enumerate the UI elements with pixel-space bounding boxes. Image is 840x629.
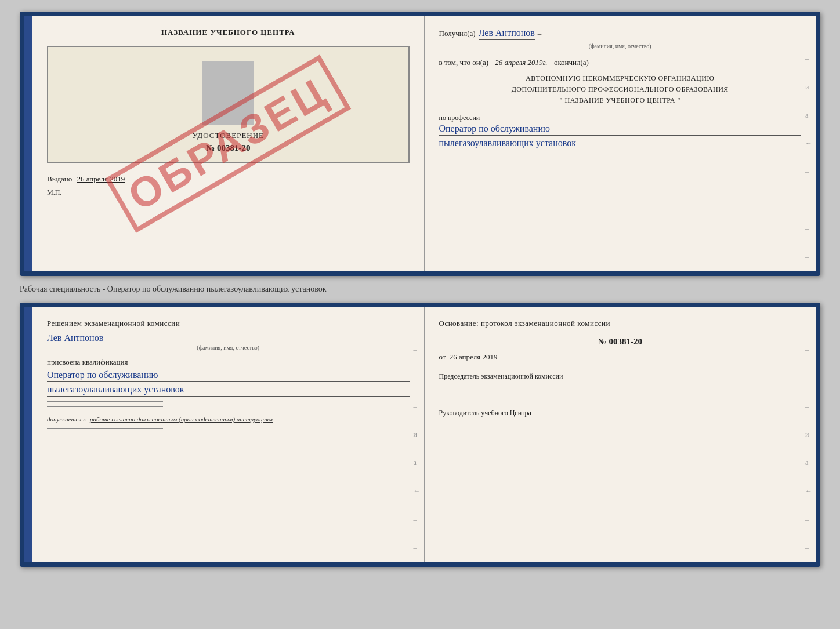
certificate-box: УДОСТОВЕРЕНИЕ № 00381-20 (47, 46, 410, 163)
recipient-name: Лев Антпонов (479, 28, 535, 40)
mp-label: М.П. (47, 188, 410, 197)
date-prefix: от (439, 352, 446, 361)
bottom-left-page: Решением экзаменационной комиссии Лев Ан… (32, 307, 425, 562)
received-label: Получил(а) (439, 29, 476, 38)
fio-label-top: (фамилия, имя, отчество) (439, 43, 802, 49)
school-name-title: НАЗВАНИЕ УЧЕБНОГО ЦЕНТРА (47, 28, 410, 37)
profession-label: по профессии (439, 114, 802, 122)
org-line1: АВТОНОМНУЮ НЕКОММЕРЧЕСКУЮ ОРГАНИЗАЦИЮ (439, 73, 802, 84)
qualification-label: присвоена квалификация (47, 358, 410, 367)
org-line2: ДОПОЛНИТЕЛЬНОГО ПРОФЕССИОНАЛЬНОГО ОБРАЗО… (439, 84, 802, 95)
qualification-line2: пылегазоулавливающих установок (47, 384, 410, 397)
bottom-left-dashes: ––––иа←–– (414, 307, 421, 562)
cert-number: № 00381-20 (57, 143, 400, 153)
bottom-document: Решением экзаменационной комиссии Лев Ан… (20, 303, 820, 567)
bottom-person-name: Лев Антпонов (47, 333, 103, 344)
profession-line2: пылегазоулавливающих установок (439, 138, 802, 150)
completed-date: 26 апреля 2019г. (495, 58, 547, 67)
protocol-number: № 00381-20 (439, 337, 802, 347)
cert-label: УДОСТОВЕРЕНИЕ (57, 131, 400, 140)
director-sig-line (439, 431, 532, 431)
issued-date: 26 апреля 2019 (77, 174, 125, 183)
org-line3: " НАЗВАНИЕ УЧЕБНОГО ЦЕНТРА " (439, 95, 802, 106)
top-right-page: Получил(а) Лев Антпонов – (фамилия, имя,… (425, 16, 816, 271)
sig-line-3 (47, 428, 163, 429)
chairman-label: Председатель экзаменационной комиссии (439, 370, 802, 383)
allowed-block: допускается к работе согласно должностны… (47, 416, 410, 423)
profession-line1: Оператор по обслуживанию (439, 123, 802, 136)
completed-line: в том, что он(а) 26 апреля 2019г. окончи… (439, 58, 802, 67)
issued-label: Выдано (47, 174, 72, 183)
book-spine (24, 16, 32, 271)
right-dashes: ––иа←–––– (805, 16, 812, 271)
bottom-right-page: Основание: протокол экзаменационной коми… (425, 307, 816, 562)
basis-title: Основание: протокол экзаменационной коми… (439, 319, 802, 328)
org-block: АВТОНОМНУЮ НЕКОММЕРЧЕСКУЮ ОРГАНИЗАЦИЮ ДО… (439, 73, 802, 107)
recipient-line: Получил(а) Лев Антпонов – (439, 28, 802, 40)
chairman-block: Председатель экзаменационной комиссии (439, 370, 802, 395)
completed-suffix: окончил(а) (554, 58, 589, 67)
between-label: Рабочая специальность - Оператор по обсл… (20, 282, 820, 297)
date-line: от 26 апреля 2019 (439, 352, 802, 362)
director-label: Руководитель учебного Центра (439, 407, 802, 420)
photo-placeholder (202, 61, 254, 125)
bottom-recipient-block: Лев Антпонов (фамилия, имя, отчество) (47, 333, 410, 351)
chairman-sig-line (439, 395, 532, 395)
completed-prefix: в том, что он(а) (439, 58, 489, 67)
profession-block: по профессии Оператор по обслуживанию пы… (439, 114, 802, 150)
bottom-fio-label: (фамилия, имя, отчество) (47, 344, 410, 351)
allowed-prefix: допускается к (47, 416, 86, 423)
top-left-page: НАЗВАНИЕ УЧЕБНОГО ЦЕНТРА УДОСТОВЕРЕНИЕ №… (32, 16, 425, 271)
top-document: НАЗВАНИЕ УЧЕБНОГО ЦЕНТРА УДОСТОВЕРЕНИЕ №… (20, 12, 820, 276)
sig-line-1 (47, 401, 163, 402)
director-block: Руководитель учебного Центра (439, 407, 802, 432)
bottom-book-spine (24, 307, 32, 562)
commission-title: Решением экзаменационной комиссии (47, 319, 410, 328)
sig-line-2 (47, 406, 163, 407)
allowed-text: работе согласно должностным (производств… (90, 416, 273, 423)
date-value: 26 апреля 2019 (450, 352, 498, 361)
qualification-line1: Оператор по обслуживанию (47, 370, 410, 382)
bottom-right-dashes: ––––иа←–– (805, 307, 812, 562)
issued-line: Выдано 26 апреля 2019 (47, 174, 410, 184)
